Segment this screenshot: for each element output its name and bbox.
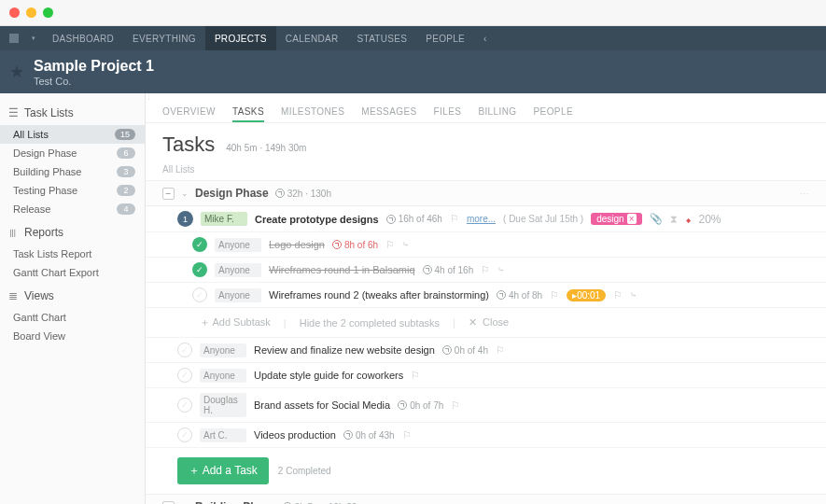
timer-running[interactable]: ▸00:01	[567, 289, 606, 301]
phase-name[interactable]: Building Phase	[195, 500, 276, 504]
assignee-chip[interactable]: Anyone	[200, 369, 246, 383]
tag-design[interactable]: design×	[591, 213, 641, 225]
nav-more-icon[interactable]: ‹	[476, 34, 494, 44]
task-time: 0h of 4h	[442, 345, 488, 356]
sidebar-item-testing-phase[interactable]: Testing Phase2	[0, 181, 145, 200]
window-titlebar	[0, 0, 826, 26]
nav-statuses[interactable]: STATUSES	[348, 26, 417, 50]
task-time: 0h of 43h	[343, 430, 395, 441]
task-row[interactable]: Douglas H.Brand assets for Social Media0…	[146, 388, 826, 423]
flag-icon[interactable]: ⚐	[411, 370, 420, 382]
collapse-toggle-icon[interactable]: −	[162, 188, 175, 200]
close-subtasks-button[interactable]: ✕ Close	[469, 316, 509, 329]
checkbox-open-icon[interactable]	[192, 287, 207, 302]
task-row[interactable]: AnyoneWireframes round 2 (tweaks after b…	[146, 283, 826, 308]
assignee-chip[interactable]: Anyone	[215, 238, 261, 252]
flag-icon[interactable]: ⚐	[450, 213, 459, 225]
flag-icon[interactable]: ⚐	[385, 239, 395, 251]
phase-name[interactable]: Design Phase	[195, 187, 269, 200]
task-time: 8h of 6h	[332, 240, 378, 250]
flag-icon[interactable]: ⚐	[550, 289, 559, 301]
sidebar-collapse-icon[interactable]: ⦙	[148, 93, 149, 103]
task-name[interactable]: Update style guide for coworkers	[254, 370, 403, 381]
task-row[interactable]: Art C.Videos production0h of 43h⚐	[146, 423, 826, 448]
sidebar-item-gantt-chart[interactable]: Gantt Chart	[0, 308, 145, 327]
subtask-icon[interactable]: ⤷	[630, 290, 637, 300]
checkbox-open-icon[interactable]	[177, 427, 192, 442]
task-time: 4h of 16h	[423, 265, 474, 275]
hide-completed-button[interactable]: Hide the 2 completed subtasks	[300, 317, 440, 329]
maximize-window-icon[interactable]	[43, 7, 53, 18]
breadcrumb[interactable]: All Lists	[146, 164, 826, 180]
task-row[interactable]: AnyoneReview and finalize new website de…	[146, 338, 826, 363]
flag-icon[interactable]: ⚐	[481, 264, 490, 276]
task-row[interactable]: AnyoneUpdate style guide for coworkers⚐	[146, 363, 826, 388]
close-window-icon[interactable]	[9, 7, 20, 18]
completed-count-link[interactable]: 2 Completed	[278, 466, 331, 476]
add-task-button[interactable]: ＋ Add a Task	[177, 457, 269, 484]
nav-people[interactable]: PEOPLE	[416, 26, 474, 50]
nav-projects[interactable]: PROJECTS	[205, 26, 276, 50]
nav-dashboard[interactable]: DASHBOARD	[43, 26, 123, 50]
task-name[interactable]: Review and finalize new website design	[254, 344, 435, 356]
sidebar-item-design-phase[interactable]: Design Phase6	[0, 144, 145, 162]
assignee-chip[interactable]: Mike F.	[201, 212, 247, 226]
add-task-row: ＋ Add a Task2 Completed	[146, 448, 826, 494]
tab-milestones[interactable]: MILESTONES	[281, 106, 344, 122]
task-name[interactable]: Videos production	[254, 429, 336, 441]
user-avatar-icon[interactable]	[9, 34, 19, 43]
sidebar: ⦙ ☰ Task Lists All Lists15Design Phase6B…	[0, 93, 146, 504]
tab-people[interactable]: PEOPLE	[534, 106, 573, 122]
project-title: Sample Project 1	[34, 58, 154, 75]
checkbox-done-icon[interactable]	[192, 237, 207, 252]
minimize-window-icon[interactable]	[26, 7, 36, 18]
checkbox-done-icon[interactable]	[192, 262, 207, 277]
hourglass-icon[interactable]: ⧗	[670, 213, 678, 225]
assignee-chip[interactable]: Anyone	[215, 263, 261, 277]
tab-billing[interactable]: BILLING	[478, 106, 516, 122]
sidebar-item-task-lists-report[interactable]: Task Lists Report	[0, 245, 145, 263]
sidebar-item-board-view[interactable]: Board View	[0, 327, 145, 345]
assignee-chip[interactable]: Douglas H.	[200, 393, 246, 417]
sidebar-item-gantt-chart-export[interactable]: Gantt Chart Export	[0, 263, 145, 282]
flag-icon[interactable]: ⚐	[402, 429, 412, 441]
assignee-chip[interactable]: Anyone	[215, 288, 261, 302]
task-name[interactable]: Brand assets for Social Media	[254, 399, 390, 411]
more-icon[interactable]: ⋯	[800, 189, 809, 199]
star-icon[interactable]: ★	[9, 62, 24, 82]
assignee-chip[interactable]: Art C.	[200, 428, 246, 442]
flag-icon[interactable]: ⚐	[496, 344, 505, 357]
add-subtask-button[interactable]: ＋ Add Subtask	[200, 315, 271, 329]
task-name[interactable]: Wireframes round 2 (tweaks after brainst…	[269, 289, 489, 301]
nav-everything[interactable]: EVERYTHING	[123, 26, 205, 50]
tab-overview[interactable]: OVERVIEW	[162, 106, 216, 122]
tab-files[interactable]: FILES	[434, 106, 462, 122]
collapse-toggle-icon[interactable]: −	[162, 501, 175, 505]
task-row[interactable]: AnyoneWireframes round 1 in Balsamiq4h o…	[146, 258, 826, 283]
flag-icon[interactable]: ⚐	[451, 399, 460, 412]
chevron-down-icon[interactable]: ⌄	[181, 189, 189, 198]
assignee-chip[interactable]: Anyone	[200, 343, 246, 357]
task-name[interactable]: Logo design	[269, 239, 325, 250]
tab-messages[interactable]: MESSAGES	[361, 106, 416, 122]
task-name[interactable]: Create prototype designs	[255, 214, 379, 225]
tab-tasks[interactable]: TASKS	[232, 106, 264, 122]
task-row[interactable]: 1Mike F.Create prototype designs16h of 4…	[146, 206, 826, 232]
nav-dropdown-icon[interactable]: ▾	[32, 35, 35, 42]
checkbox-open-icon[interactable]	[177, 368, 192, 383]
task-name[interactable]: Wireframes round 1 in Balsamiq	[269, 264, 415, 275]
checkbox-open-icon[interactable]	[177, 398, 192, 413]
sidebar-item-building-phase[interactable]: Building Phase3	[0, 162, 145, 181]
checkbox-open-icon[interactable]	[177, 343, 192, 357]
sidebar-item-release[interactable]: Release4	[0, 200, 145, 218]
subtask-icon[interactable]: ⤷	[497, 265, 505, 274]
subtask-controls: ＋ Add Subtask|Hide the 2 completed subta…	[146, 308, 826, 338]
nav-calendar[interactable]: CALENDAR	[276, 26, 348, 50]
task-row[interactable]: AnyoneLogo design8h of 6h⚐⤷	[146, 232, 826, 258]
attachment-icon[interactable]: 📎	[650, 213, 663, 225]
flag-icon[interactable]: ⚐	[613, 289, 623, 301]
sidebar-item-all-lists[interactable]: All Lists15	[0, 125, 145, 144]
more-link[interactable]: more...	[467, 214, 496, 224]
phase-header: −⌄Design Phase32h · 130h⋯	[146, 180, 826, 206]
subtask-icon[interactable]: ⤷	[402, 240, 410, 249]
